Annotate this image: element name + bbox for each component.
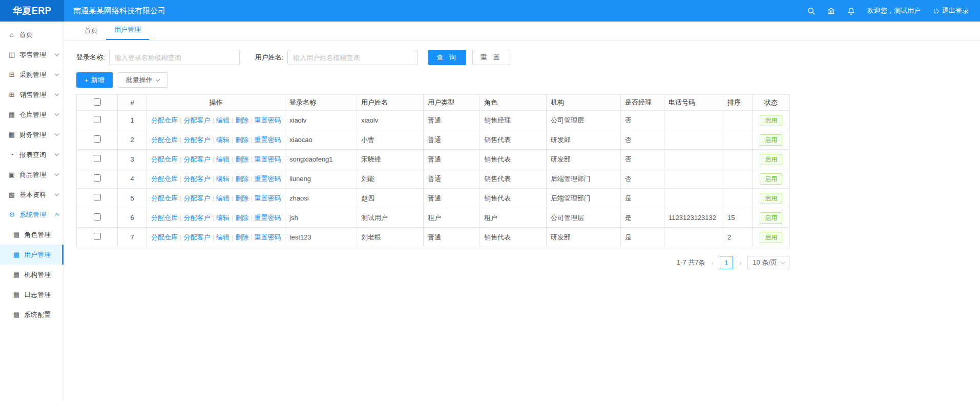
status-badge[interactable]: 启用 [760,212,782,224]
op-separator: | [232,155,233,163]
op-assign-customer-link[interactable]: 分配客户 [183,155,210,163]
op-edit-link[interactable]: 编辑 [216,116,230,124]
status-badge[interactable]: 启用 [760,134,782,146]
op-reset-password-link[interactable]: 重置密码 [255,214,281,222]
reset-button[interactable]: 重 置 [472,50,510,65]
op-assign-customer-link[interactable]: 分配客户 [183,233,210,241]
op-delete-link[interactable]: 删除 [235,136,248,144]
search-icon[interactable] [807,7,815,15]
op-delete-link[interactable]: 删除 [235,175,248,183]
status-cell: 启用 [753,228,790,247]
op-delete-link[interactable]: 删除 [235,214,248,222]
sidebar-item-sales[interactable]: ⊞销售管理 [0,85,64,105]
op-assign-customer-link[interactable]: 分配客户 [183,214,210,222]
op-assign-customer-link[interactable]: 分配客户 [183,136,210,144]
next-page-button[interactable]: › [738,259,742,267]
sidebar-item-goods[interactable]: ▣商品管理 [0,165,64,185]
op-assign-customer-link[interactable]: 分配客户 [183,175,210,183]
sidebar-item-system[interactable]: ⚙系统管理 [0,205,64,225]
phone-cell [664,150,723,169]
row-checkbox[interactable] [94,233,101,240]
search-button[interactable]: 查 询 [428,50,466,65]
op-edit-link[interactable]: 编辑 [216,194,230,202]
sidebar-item-label: 采购管理 [19,70,55,79]
op-edit-link[interactable]: 编辑 [216,214,230,222]
status-badge[interactable]: 启用 [760,154,782,165]
op-delete-link[interactable]: 删除 [235,233,248,241]
sidebar-item-config-management[interactable]: ▤系统配置 [0,305,64,325]
sidebar-item-finance[interactable]: ▦财务管理 [0,125,64,145]
status-badge[interactable]: 启用 [760,232,782,243]
sidebar-item-report[interactable]: ◔报表查询 [0,145,64,165]
login-name-input[interactable] [109,50,240,65]
phone-cell [664,111,723,130]
op-reset-password-link[interactable]: 重置密码 [255,194,281,202]
user-icon: ▤ [12,251,20,258]
sidebar-item-role-management[interactable]: ▤角色管理 [0,225,64,245]
row-operations: 分配仓库|分配客户|编辑|删除|重置密码 [147,208,285,228]
op-assign-warehouse-link[interactable]: 分配仓库 [151,194,178,202]
row-checkbox[interactable] [94,155,101,162]
sort-cell: 2 [723,228,753,247]
status-cell: 启用 [753,130,790,150]
op-reset-password-link[interactable]: 重置密码 [255,175,281,183]
op-assign-warehouse-link[interactable]: 分配仓库 [151,214,178,222]
op-delete-link[interactable]: 删除 [235,155,248,163]
status-badge[interactable]: 启用 [760,173,782,185]
op-reset-password-link[interactable]: 重置密码 [255,136,281,144]
bell-icon[interactable] [847,7,855,15]
sidebar-item-log-management[interactable]: ▤日志管理 [0,285,64,305]
sidebar-item-retail[interactable]: ◫零售管理 [0,45,64,65]
user-name-input[interactable] [287,50,418,65]
op-delete-link[interactable]: 删除 [235,194,248,202]
plus-icon: + [85,76,89,84]
op-edit-link[interactable]: 编辑 [216,136,230,144]
add-button[interactable]: + 新增 [76,72,113,88]
op-assign-warehouse-link[interactable]: 分配仓库 [151,175,178,183]
op-edit-link[interactable]: 编辑 [216,175,230,183]
user-table: #操作登录名称用户姓名用户类型角色机构是否经理电话号码排序状态 1分配仓库|分配… [76,94,790,247]
chevron-down-icon [55,172,59,176]
op-assign-customer-link[interactable]: 分配客户 [183,116,210,124]
status-cell: 启用 [753,169,790,189]
batch-operations-button[interactable]: 批量操作 [118,72,168,88]
row-checkbox[interactable] [94,135,101,143]
status-badge[interactable]: 启用 [760,193,782,204]
sidebar-item-user-management[interactable]: ▤用户管理 [0,245,64,265]
op-assign-warehouse-link[interactable]: 分配仓库 [151,155,178,163]
select-all-checkbox[interactable] [94,98,101,106]
tab-user-management[interactable]: 用户管理 [106,22,149,40]
sidebar-item-purchase[interactable]: ⊟采购管理 [0,65,64,85]
row-checkbox[interactable] [94,116,101,123]
role-icon: ▤ [12,231,20,238]
status-badge[interactable]: 启用 [760,115,782,126]
row-checkbox[interactable] [94,174,101,182]
welcome-user[interactable]: 欢迎您，测试用户 [867,6,921,15]
op-assign-warehouse-link[interactable]: 分配仓库 [151,136,178,144]
op-delete-link[interactable]: 删除 [235,116,248,124]
building-icon[interactable] [827,7,835,15]
tab-home[interactable]: 首页 [76,22,106,40]
row-checkbox[interactable] [94,194,101,201]
sidebar-item-basic[interactable]: ▩基本资料 [0,185,64,205]
sort-cell [723,130,753,150]
sidebar-item-warehouse[interactable]: ▤仓库管理 [0,105,64,125]
op-reset-password-link[interactable]: 重置密码 [255,233,281,241]
prev-page-button[interactable]: ‹ [711,259,715,267]
op-reset-password-link[interactable]: 重置密码 [255,116,281,124]
op-edit-link[interactable]: 编辑 [216,155,230,163]
op-assign-warehouse-link[interactable]: 分配仓库 [151,116,178,124]
row-operations: 分配仓库|分配客户|编辑|删除|重置密码 [147,228,285,247]
chevron-down-icon [55,152,59,156]
sidebar-item-label: 销售管理 [19,90,55,99]
sidebar-item-home[interactable]: ⌂首页 [0,25,64,45]
op-edit-link[interactable]: 编辑 [216,233,230,241]
logout-button[interactable]: 退出登录 [933,6,969,15]
page-size-select[interactable]: 10 条/页 [747,256,789,269]
op-assign-customer-link[interactable]: 分配客户 [183,194,210,202]
page-number-button[interactable]: 1 [720,256,733,269]
op-reset-password-link[interactable]: 重置密码 [255,155,281,163]
sidebar-item-org-management[interactable]: ▤机构管理 [0,265,64,285]
row-checkbox[interactable] [94,213,101,220]
op-assign-warehouse-link[interactable]: 分配仓库 [151,233,178,241]
